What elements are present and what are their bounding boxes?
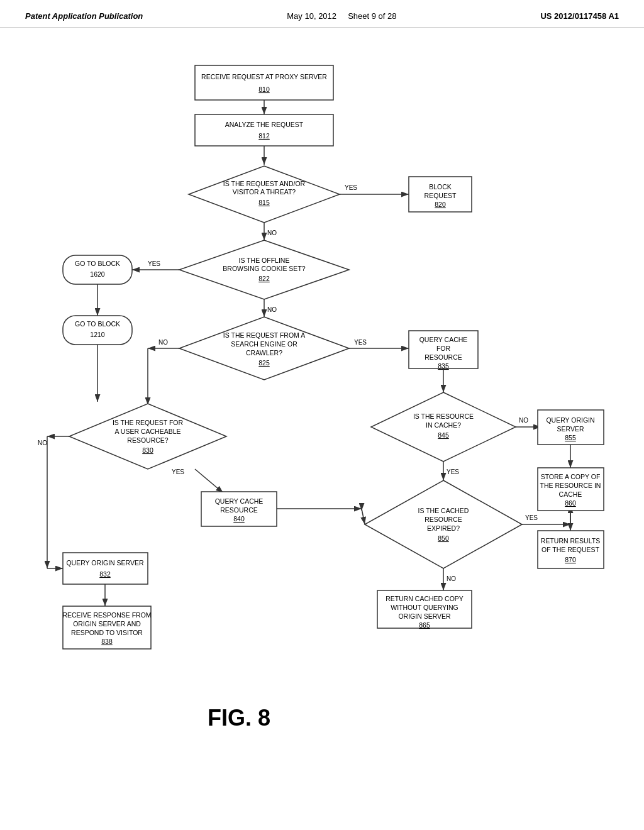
node-822-text2: BROWSING COOKIE SET? xyxy=(223,265,305,272)
node-812-text: ANALYZE THE REQUEST xyxy=(225,121,304,128)
label-815-yes: YES xyxy=(345,184,357,191)
node-832 xyxy=(63,553,148,584)
node-865-text3: ORIGIN SERVER xyxy=(398,612,451,620)
node-820-text2: REQUEST xyxy=(425,192,457,199)
node-825 xyxy=(179,317,349,380)
node-838-text2: ORIGIN SERVER AND xyxy=(73,620,141,628)
node-855-text2: SERVER xyxy=(557,425,584,433)
label-822-yes: YES xyxy=(148,260,160,267)
node-835-text3: RESOURCE xyxy=(425,353,462,361)
node-825-id: 825 xyxy=(258,359,270,367)
node-810 xyxy=(195,65,333,100)
label-845-no: NO xyxy=(519,417,528,424)
node-820-id: 820 xyxy=(435,201,446,208)
node-860-text1: STORE A COPY OF xyxy=(541,473,601,480)
node-855-text1: QUERY ORIGIN xyxy=(546,416,594,424)
node-850-text3: EXPIRED? xyxy=(427,524,460,532)
conn-840-850 xyxy=(362,509,365,524)
node-825-text3: CRAWLER? xyxy=(246,349,282,357)
node-830-text2: A USER CACHEABLE xyxy=(114,428,180,435)
label-825-yes: YES xyxy=(354,339,367,346)
node-830-text1: IS THE REQUEST FOR xyxy=(113,419,184,426)
node-830-id: 830 xyxy=(142,446,153,454)
node-1210-text1: GO TO BLOCK xyxy=(75,320,120,328)
node-860-text3: CACHE xyxy=(559,490,582,498)
node-810-text: RECEIVE REQUEST AT PROXY SERVER xyxy=(201,73,327,80)
node-855-id: 855 xyxy=(565,434,576,441)
label-830-yes: YES xyxy=(172,468,184,475)
node-838-text3: RESPOND TO VISITOR xyxy=(71,629,143,636)
node-835-text1: QUERY CACHE xyxy=(419,336,468,343)
node-822-text1: IS THE OFFLINE xyxy=(239,257,290,264)
node-812 xyxy=(195,114,333,146)
node-835-text2: FOR xyxy=(436,345,451,352)
label-825-no: NO xyxy=(158,339,168,346)
node-815-text2: VISITOR A THREAT? xyxy=(233,188,296,196)
node-870-text1: RETURN RESULTS xyxy=(541,537,600,545)
node-822-id: 822 xyxy=(258,275,270,282)
label-830-no: NO xyxy=(38,440,47,446)
page-header: Patent Application Publication May 10, 2… xyxy=(0,0,644,28)
node-865-id: 865 xyxy=(419,621,430,629)
header-sheet: Sheet 9 of 28 xyxy=(348,11,396,21)
arrow-830-yes xyxy=(195,469,223,493)
node-850-id: 850 xyxy=(438,534,449,542)
node-825-text2: SEARCH ENGINE OR xyxy=(231,340,297,348)
node-815-text1: IS THE REQUEST AND/OR xyxy=(223,180,306,187)
node-838-id: 838 xyxy=(101,638,113,645)
node-840-id: 840 xyxy=(233,515,245,523)
header-publication-label: Patent Application Publication xyxy=(25,11,143,21)
node-1620-text2: 1620 xyxy=(90,270,105,278)
header-patent-number: US 2012/0117458 A1 xyxy=(540,11,619,21)
node-1210-text2: 1210 xyxy=(90,331,105,338)
node-820-text1: BLOCK xyxy=(429,183,452,191)
node-870-text2: OF THE REQUEST xyxy=(541,546,600,553)
label-815-no: NO xyxy=(267,230,277,236)
node-810-id: 810 xyxy=(258,86,270,93)
node-1620-text1: GO TO BLOCK xyxy=(75,260,120,267)
label-850-no: NO xyxy=(447,575,456,582)
diagram-area: RECEIVE REQUEST AT PROXY SERVER 810 ANAL… xyxy=(0,28,644,782)
header-date-sheet: May 10, 2012 Sheet 9 of 28 xyxy=(287,11,396,21)
header-date: May 10, 2012 xyxy=(287,11,336,21)
label-845-yes: YES xyxy=(447,468,459,475)
node-870-id: 870 xyxy=(565,556,576,563)
node-865-text1: RETURN CACHED COPY xyxy=(386,595,464,602)
node-825-text1: IS THE REQUEST FROM A xyxy=(223,331,305,339)
node-830-text3: RESOURCE? xyxy=(127,436,169,444)
node-850-text2: RESOURCE xyxy=(425,516,462,523)
node-845-text2: IN CACHE? xyxy=(426,421,461,429)
label-850-yes: YES xyxy=(525,514,538,521)
node-838-text1: RECEIVE RESPONSE FROM xyxy=(62,611,151,619)
node-845-text1: IS THE RESOURCE xyxy=(413,412,474,420)
node-865-text2: WITHOUT QUERYING xyxy=(391,604,458,611)
node-832-id: 832 xyxy=(99,570,111,578)
node-850-text1: IS THE CACHED xyxy=(418,507,469,514)
node-812-id: 812 xyxy=(258,132,270,140)
node-840-text1: QUERY CACHE xyxy=(215,497,264,505)
node-860-text2: THE RESOURCE IN xyxy=(540,482,601,489)
node-832-text1: QUERY ORIGIN SERVER xyxy=(66,559,144,567)
figure-label: FIG. 8 xyxy=(208,705,270,731)
node-840-text2: RESOURCE xyxy=(220,506,258,514)
node-860-id: 860 xyxy=(565,499,576,507)
label-822-no: NO xyxy=(267,306,277,313)
flowchart-svg: RECEIVE REQUEST AT PROXY SERVER 810 ANAL… xyxy=(0,28,644,782)
node-845-id: 845 xyxy=(438,431,449,439)
node-815-id: 815 xyxy=(258,199,270,206)
